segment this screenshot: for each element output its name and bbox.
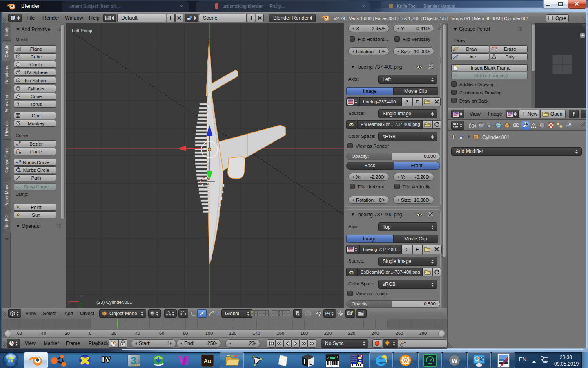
svg-text:x: x xyxy=(68,300,70,304)
svg-text:Left Persp: Left Persp xyxy=(72,28,92,33)
svg-text:Au: Au xyxy=(204,358,212,364)
svg-text:W: W xyxy=(452,357,458,364)
svg-text:(23) Cylinder.001: (23) Cylinder.001 xyxy=(96,300,132,305)
svg-text:L: L xyxy=(309,360,312,366)
svg-text:z: z xyxy=(81,294,83,298)
svg-text:MAX: MAX xyxy=(134,364,140,366)
